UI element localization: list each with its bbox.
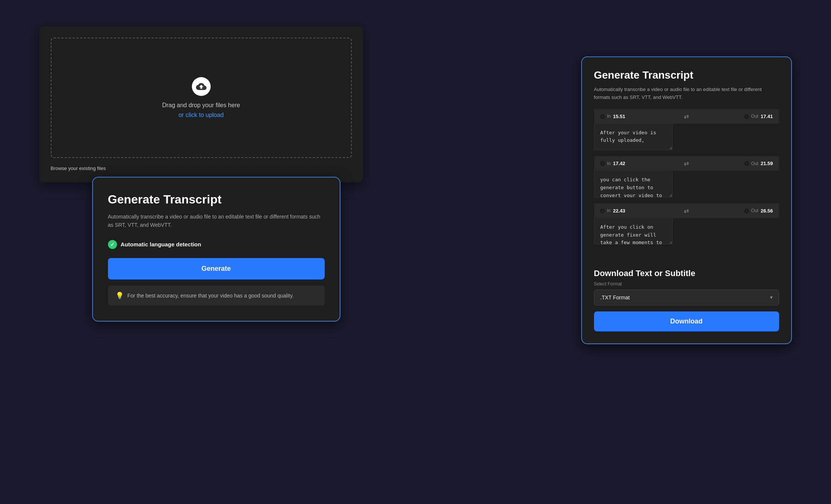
download-button[interactable]: Download: [594, 311, 779, 331]
upload-panel: Drag and drop your files here or click t…: [39, 26, 363, 182]
hint-text: For the best accuracy, ensure that your …: [128, 293, 294, 299]
arrow-icon-2: ⇄: [684, 207, 689, 214]
segment-text-0[interactable]: After your video is fully uploaded,: [594, 124, 673, 150]
arrow-icon-1: ⇄: [684, 160, 689, 167]
time-in-0: ⊙ In 15.51: [600, 113, 681, 120]
arrow-icon-0: ⇄: [684, 113, 689, 120]
format-select-wrapper: .TXT Format.SRT Format.VTT Format.WebVTT…: [594, 290, 779, 305]
segment-header: ⊙ In 17.42 ⇄ ⊙ Out 21.59: [594, 156, 779, 171]
transcript-segment: ⊙ In 17.42 ⇄ ⊙ Out 21.59 you can click t…: [594, 156, 779, 199]
result-title: Generate Transcript: [594, 69, 779, 81]
generate-description: Automatically transcribe a video or audi…: [108, 213, 325, 229]
transcript-scroll[interactable]: ⊙ In 15.51 ⇄ ⊙ Out 17.41 After your vide…: [594, 109, 779, 260]
segment-header: ⊙ In 15.51 ⇄ ⊙ Out 17.41: [594, 109, 779, 124]
auto-detect-row: Automatic language detection: [108, 240, 325, 249]
upload-link[interactable]: or click to upload: [178, 112, 223, 118]
generate-panel: Generate Transcript Automatically transc…: [92, 177, 340, 322]
transcript-segment: ⊙ In 22.43 ⇄ ⊙ Out 26.56 After you click…: [594, 203, 779, 246]
download-title: Download Text or Subtitle: [594, 269, 779, 278]
segment-text-1[interactable]: you can click the generate button to con…: [594, 171, 673, 197]
result-panel: Generate Transcript Automatically transc…: [581, 56, 792, 344]
upload-icon: [192, 77, 211, 96]
hint-box: 💡 For the best accuracy, ensure that you…: [108, 285, 325, 306]
browse-text: Browse your existing files: [51, 165, 352, 171]
clock-out-icon-1: ⊙: [744, 160, 749, 167]
dropzone-text: Drag and drop your files here: [162, 102, 240, 109]
auto-detect-label: Automatic language detection: [121, 241, 201, 247]
segment-text-2[interactable]: After you click on generate fixer will t…: [594, 218, 673, 245]
time-in-2: ⊙ In 22.43: [600, 207, 681, 214]
clock-in-icon-1: ⊙: [600, 160, 605, 167]
scene: Drag and drop your files here or click t…: [39, 26, 792, 478]
generate-title: Generate Transcript: [108, 193, 325, 206]
clock-out-icon-0: ⊙: [744, 113, 749, 120]
result-description: Automatically transcribe a video or audi…: [594, 86, 779, 102]
time-out-1: ⊙ Out 21.59: [692, 160, 773, 167]
clock-in-icon-0: ⊙: [600, 113, 605, 120]
transcript-segment: ⊙ In 15.51 ⇄ ⊙ Out 17.41 After your vide…: [594, 109, 779, 152]
hint-icon: 💡: [115, 291, 124, 300]
upload-dropzone[interactable]: Drag and drop your files here or click t…: [51, 38, 352, 158]
check-icon: [108, 240, 117, 249]
time-out-2: ⊙ Out 26.56: [692, 207, 773, 214]
clock-in-icon-2: ⊙: [600, 207, 605, 214]
format-label: Select Format: [594, 281, 779, 287]
generate-button[interactable]: Generate: [108, 258, 325, 279]
clock-out-icon-2: ⊙: [744, 207, 749, 214]
format-select[interactable]: .TXT Format.SRT Format.VTT Format.WebVTT…: [594, 290, 779, 305]
segment-header: ⊙ In 22.43 ⇄ ⊙ Out 26.56: [594, 203, 779, 218]
download-section: Download Text or Subtitle Select Format …: [594, 269, 779, 331]
time-in-1: ⊙ In 17.42: [600, 160, 681, 167]
time-out-0: ⊙ Out 17.41: [692, 113, 773, 120]
